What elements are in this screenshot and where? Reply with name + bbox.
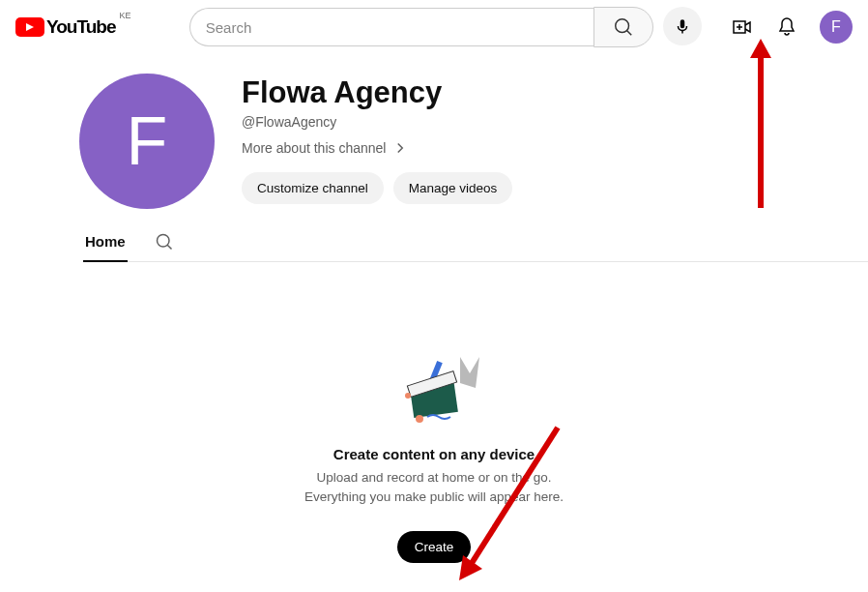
manage-videos-button[interactable]: Manage videos — [393, 172, 513, 204]
tab-home[interactable]: Home — [83, 233, 128, 261]
account-avatar[interactable]: F — [820, 11, 853, 44]
create-video-icon — [731, 15, 754, 39]
search-button[interactable] — [593, 7, 653, 47]
search-input[interactable]: Search — [189, 8, 593, 46]
clapperboard-illustration — [391, 349, 477, 427]
create-button[interactable]: Create — [397, 531, 472, 563]
svg-marker-0 — [460, 357, 479, 388]
country-code: KE — [119, 11, 130, 20]
channel-avatar[interactable]: F — [79, 74, 215, 209]
create-video-button[interactable] — [731, 15, 754, 39]
channel-handle: @FlowaAgency — [242, 114, 512, 130]
channel-name: Flowa Agency — [242, 75, 512, 110]
search-icon — [613, 16, 634, 38]
youtube-logo[interactable]: YouTube KE — [15, 16, 130, 38]
empty-subtext-1: Upload and record at home or on the go. — [316, 468, 551, 488]
empty-subtext-2: Everything you make public will appear h… — [304, 488, 564, 507]
play-logo-icon — [15, 17, 44, 37]
svg-point-4 — [416, 415, 423, 423]
svg-point-5 — [405, 393, 411, 399]
chevron-right-icon — [391, 139, 409, 157]
voice-search-button[interactable] — [663, 7, 702, 45]
bell-icon — [775, 15, 798, 39]
notifications-button[interactable] — [775, 15, 798, 39]
tab-search-button[interactable] — [155, 232, 174, 252]
empty-heading: Create content on any device — [333, 446, 535, 462]
search-icon — [155, 232, 174, 252]
more-about-channel[interactable]: More about this channel — [242, 139, 512, 157]
mic-icon — [674, 17, 691, 35]
logo-text: YouTube — [46, 16, 115, 38]
customize-channel-button[interactable]: Customize channel — [242, 172, 384, 204]
